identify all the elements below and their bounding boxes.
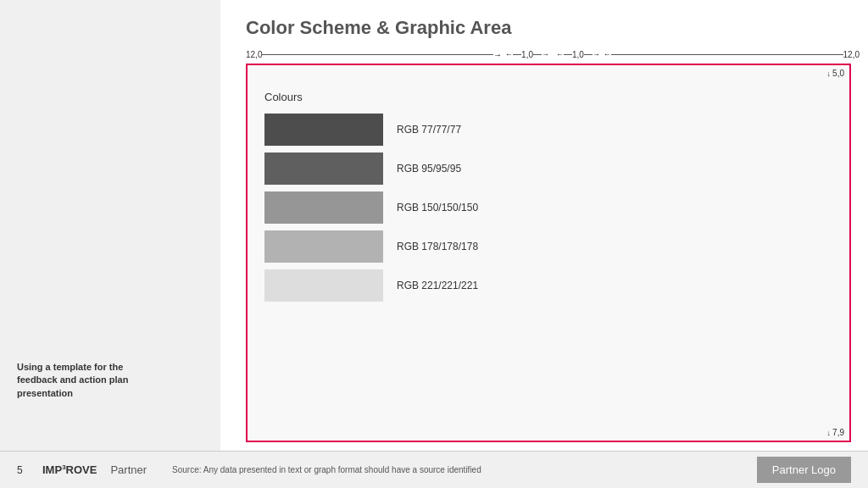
page-title: Color Scheme & Graphic Area [237,17,851,39]
ruler-horizontal: 12,0 → ← 1,0 → ← 1,0 → [246,47,860,61]
color-swatch [264,114,383,146]
ruler-label-12-left: 12,0 [246,50,262,59]
color-label: RGB 150/150/150 [397,202,478,214]
bottom-margin-label: ↓ 7,9 [827,428,844,437]
color-row: RGB 77/77/77 [264,114,832,146]
sidebar-description: Using a template for the feedback and ac… [17,361,220,400]
footer: 5 IMP3ROVE Partner Source: Any data pres… [0,451,868,488]
footer-logo: IMP3ROVE [42,463,97,476]
top-margin-label: ↓ 5,0 [827,69,844,78]
content-area: Color Scheme & Graphic Area 12,0 → ← 1,0… [220,0,868,451]
left-sidebar: Using a template for the feedback and ac… [0,0,220,451]
color-rows: RGB 77/77/77RGB 95/95/95RGB 150/150/150R… [264,114,832,302]
color-label: RGB 221/221/221 [397,280,478,291]
color-swatch [264,230,383,263]
color-row: RGB 221/221/221 [264,269,832,302]
color-label: RGB 95/95/95 [397,163,461,175]
color-row: RGB 150/150/150 [264,191,832,224]
ruler-label-1-left: 1,0 [521,50,533,59]
colours-title: Colours [264,91,832,103]
graphic-box: ↓ 5,0 ↓ 7,9 Colours RGB 77/77/77RGB 95/9… [246,64,851,442]
footer-partner-text: Partner [110,463,147,476]
ruler-label-1-right: 1,0 [572,50,584,59]
color-row: RGB 178/178/178 [264,230,832,263]
colours-section: Colours RGB 77/77/77RGB 95/95/95RGB 150/… [264,91,832,302]
page-number: 5 [17,464,42,476]
ruler-label-12-right: 12,0 [843,50,860,59]
partner-logo-box: Partner Logo [757,457,851,483]
color-label: RGB 178/178/178 [397,241,478,252]
color-swatch [264,191,383,224]
color-row: RGB 95/95/95 [264,152,832,185]
color-label: RGB 77/77/77 [397,124,461,136]
color-swatch [264,269,383,302]
color-swatch [264,152,383,185]
footer-source: Source: Any data presented in text or gr… [147,465,757,474]
